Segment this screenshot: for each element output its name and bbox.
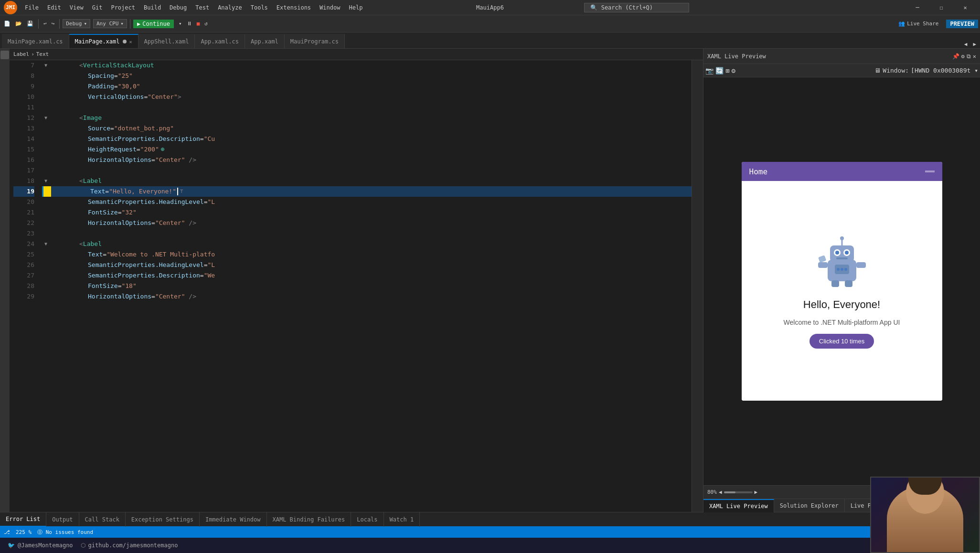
tab-watch1[interactable]: Watch 1	[384, 512, 420, 527]
tab-mainpage-xaml[interactable]: MainPage.xaml ✕	[69, 34, 138, 48]
undo-btn[interactable]: ↩	[42, 20, 49, 28]
code-line-21: FontSize="32"	[42, 207, 692, 218]
fold-icon-12[interactable]: ▼	[42, 114, 50, 122]
live-share-button[interactable]: 👥 Live Share	[898, 21, 938, 27]
search-box[interactable]: 🔍 Search (Ctrl+Q)	[584, 3, 689, 12]
zoom-slider-right[interactable]: ▶	[755, 489, 758, 495]
close-button[interactable]: ✕	[954, 0, 976, 15]
refresh-icon[interactable]: 🔄	[715, 67, 724, 74]
redo-btn[interactable]: ↪	[50, 20, 57, 28]
menu-debug[interactable]: Debug	[166, 3, 191, 12]
menu-help[interactable]: Help	[345, 3, 366, 12]
twitter-item[interactable]: 🐦 @JamesMontemagno	[8, 542, 73, 549]
menu-tools[interactable]: Tools	[247, 3, 272, 12]
close-tab-icon[interactable]: ✕	[129, 39, 132, 44]
pin-icon[interactable]: 📌	[952, 53, 959, 60]
expand-handle[interactable]: ⊕	[161, 144, 165, 155]
dock-icon[interactable]: ⧉	[967, 53, 971, 60]
code-line-28: FontSize="18"	[42, 281, 692, 291]
menu-bar[interactable]: File Edit View Git Project Build Debug T…	[21, 3, 366, 12]
issues-status: ⓪ No issues found	[37, 529, 93, 536]
close-preview-icon[interactable]: ✕	[973, 53, 976, 60]
tab-output[interactable]: Output	[46, 512, 79, 527]
menu-edit[interactable]: Edit	[43, 3, 65, 12]
code-line-23	[42, 228, 692, 239]
explorer-icon[interactable]	[0, 51, 9, 59]
open-btn[interactable]: 📂	[13, 20, 24, 28]
twitter-handle: @JamesMontemagno	[18, 542, 73, 549]
tab-actions[interactable]: ◀ ▶	[962, 40, 980, 48]
zoom-slider-fill	[724, 491, 735, 493]
stop-btn[interactable]: ■	[195, 20, 202, 28]
preview-window-controls[interactable]: 📌 ⚙ ⧉ ✕	[952, 53, 976, 60]
options-icon[interactable]: ⚙	[961, 53, 965, 60]
github-item[interactable]: ⬡ github.com/jamesmontemagno	[81, 542, 178, 549]
menu-analyze[interactable]: Analyze	[214, 3, 246, 12]
separator-1	[38, 19, 39, 29]
pause-btn[interactable]: ⏸	[185, 20, 194, 28]
tab-xaml-live-preview[interactable]: XAML Live Preview	[703, 499, 774, 512]
tab-mauiprogram[interactable]: MauiProgram.cs	[285, 34, 345, 48]
svg-rect-6	[836, 257, 848, 259]
svg-point-4	[835, 251, 839, 255]
tab-app-cs[interactable]: App.xaml.cs	[195, 34, 245, 48]
debug-dropdown-btn[interactable]: ▾	[177, 20, 184, 28]
menu-extensions[interactable]: Extensions	[273, 3, 315, 12]
tab-appshell[interactable]: AppShell.xaml	[138, 34, 195, 48]
breadcrumb-left: Label	[13, 51, 29, 57]
restart-btn[interactable]: ↺	[202, 20, 210, 28]
zoom-slider[interactable]	[724, 491, 753, 493]
tab-error-list[interactable]: Error List	[0, 512, 46, 527]
maximize-button[interactable]: ☐	[930, 0, 952, 15]
settings-icon[interactable]: ⚙	[731, 67, 735, 74]
tab-exception-settings[interactable]: Exception Settings	[126, 512, 200, 527]
phone-button[interactable]: Clicked 10 times	[810, 334, 874, 349]
fold-icon[interactable]: ▼	[42, 62, 50, 69]
tab-call-stack[interactable]: Call Stack	[79, 512, 126, 527]
platform-dropdown[interactable]: Any CPU ▾	[93, 19, 127, 28]
tab-label: MauiProgram.cs	[290, 38, 339, 45]
menu-project[interactable]: Project	[107, 3, 139, 12]
menu-test[interactable]: Test	[192, 3, 213, 12]
tab-label: App.xaml	[251, 38, 278, 45]
menu-build[interactable]: Build	[140, 3, 165, 12]
new-file-btn[interactable]: 📄	[2, 20, 12, 28]
fold-icon-24[interactable]: ▼	[42, 240, 50, 248]
build-config-label: Debug	[66, 21, 82, 27]
menu-git[interactable]: Git	[88, 3, 107, 12]
vertical-scrollbar[interactable]	[698, 60, 703, 512]
tab-solution-explorer[interactable]: Solution Explorer	[774, 499, 845, 512]
cursor-tool: ⊤	[180, 186, 183, 197]
tab-scroll-left[interactable]: ◀	[962, 40, 969, 48]
window-selector[interactable]: 🖥 Window: [HWND 0x0003089t ▾	[874, 67, 978, 74]
tab-app-xaml[interactable]: App.xaml	[245, 34, 285, 48]
code-line-16: HorizontalOptions="Center" />	[42, 155, 692, 165]
save-btn[interactable]: 💾	[25, 20, 35, 28]
run-button[interactable]: ▶ Continue	[133, 20, 174, 28]
preview-content: Home	[703, 77, 980, 485]
person-silhouette	[871, 478, 979, 552]
tab-mainpage-cs[interactable]: MainPage.xaml.cs	[2, 34, 69, 48]
svg-point-5	[845, 251, 849, 255]
fold-icon-18[interactable]: ▼	[42, 177, 50, 185]
code-line-19[interactable]: Text="Hello, Everyone!" ⊤	[42, 186, 692, 197]
tab-scroll-right[interactable]: ▶	[971, 40, 978, 48]
run-extras[interactable]: ▾ ⏸ ■ ↺	[177, 20, 210, 28]
menu-view[interactable]: View	[66, 3, 87, 12]
github-icon: ⬡	[81, 542, 85, 549]
build-config-dropdown[interactable]: Debug ▾	[63, 19, 90, 28]
menu-window[interactable]: Window	[316, 3, 344, 12]
minimize-button[interactable]: ─	[906, 0, 928, 15]
tab-immediate-window[interactable]: Immediate Window	[200, 512, 267, 527]
bottom-panel: Error List Output Call Stack Exception S…	[0, 512, 980, 526]
window-controls[interactable]: ─ ☐ ✕	[906, 0, 976, 15]
preview-button[interactable]: PREVIEW	[946, 20, 978, 28]
code-editor[interactable]: ▼ <VerticalStackLayout Spacing="25" Padd…	[38, 60, 692, 512]
tab-locals[interactable]: Locals	[351, 512, 383, 527]
tab-xaml-binding-failures[interactable]: XAML Binding Failures	[267, 512, 352, 527]
zoom-status: 225 %	[16, 529, 32, 535]
menu-file[interactable]: File	[21, 3, 43, 12]
camera-icon[interactable]: 📷	[705, 67, 714, 74]
layout-icon[interactable]: ⊞	[725, 67, 729, 74]
zoom-slider-icon[interactable]: ◀	[719, 489, 722, 495]
